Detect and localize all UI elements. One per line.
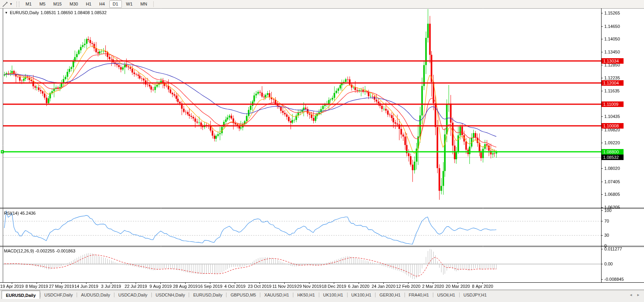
chart-tab-eurusd-daily-0[interactable]: EURUSD,Daily: [2, 291, 40, 299]
bottom-strip: [0, 299, 644, 302]
timeframe-button-h4[interactable]: H4: [96, 0, 108, 8]
tab-scroll-left-icon[interactable]: ◄: [629, 293, 633, 297]
chart-tab-gbpusd-m5-6[interactable]: GBPUSD,M5: [226, 291, 260, 299]
chart-tab-fra40-h1-12[interactable]: FRA40,H1: [405, 291, 433, 299]
timeframe-button-m5[interactable]: M5: [36, 0, 49, 8]
chart-tab-uk100-h1-9[interactable]: UK100,H1: [319, 291, 347, 299]
chart-tab-eurusd-daily-5[interactable]: EURUSD,Daily: [189, 291, 226, 299]
chart-tab-usdcad-daily-3[interactable]: USDCAD,Daily: [114, 291, 151, 299]
timeframe-button-mn[interactable]: MN: [137, 0, 151, 8]
timeframe-button-w1[interactable]: W1: [123, 0, 136, 8]
chart-tab-usdcnh-daily-4[interactable]: USDCNH,Daily: [152, 291, 189, 299]
price-chart-canvas[interactable]: [0, 8, 644, 290]
toolbar-separator: [153, 1, 154, 7]
timeframe-buttons: M1M5M15M30H1H4D1W1MN: [22, 0, 151, 8]
toolbar-dropdown-caret-icon[interactable]: ▼: [9, 1, 13, 7]
timeframe-button-m30[interactable]: M30: [66, 0, 81, 8]
chart-tab-hk50-h1-8[interactable]: HK50,H1: [293, 291, 319, 299]
timeframe-toolbar: ▼ M1M5M15M30H1H4D1W1MN: [0, 0, 644, 9]
timeframe-button-h1[interactable]: H1: [82, 0, 95, 8]
chart-tab-audusd-daily-2[interactable]: AUDUSD,Daily: [77, 291, 114, 299]
chart-tab-usoil-h1-13[interactable]: USOil,H1: [433, 291, 459, 299]
chart-tab-usdchf-daily-1[interactable]: USDCHF,Daily: [40, 291, 77, 299]
toolbar-grip[interactable]: [17, 2, 19, 7]
chart-tab-usdjpy-h1-14[interactable]: USDJPY,H1: [460, 291, 491, 299]
timeframe-button-d1[interactable]: D1: [109, 0, 122, 8]
chart-window: ▼EURUSD,Daily1.08531 1.08650 1.08408 1.0…: [0, 8, 644, 290]
chart-tab-bar: EURUSD,DailyUSDCHF,DailyAUDUSD,DailyUSDC…: [0, 290, 644, 299]
chart-tab-xauusd-h1-7[interactable]: XAUUSD,H1: [260, 291, 293, 299]
tab-scroll-right-icon[interactable]: ►: [637, 293, 640, 297]
timeframe-button-m1[interactable]: M1: [22, 0, 35, 8]
timeframe-button-m15[interactable]: M15: [50, 0, 65, 8]
chart-tab-uk100-h1-10[interactable]: UK100,H1: [348, 291, 375, 299]
mt4-application: ▼ M1M5M15M30H1H4D1W1MN ▼EURUSD,Daily1.08…: [0, 0, 644, 302]
diagonal-line-icon: [2, 2, 8, 7]
line-studies-icon[interactable]: [2, 1, 9, 7]
tab-scrollers: ◄ ►: [629, 291, 644, 299]
chart-tab-ger30-h1-11[interactable]: GER30,H1: [375, 291, 404, 299]
chart-tabs: EURUSD,DailyUSDCHF,DailyAUDUSD,DailyUSDC…: [0, 291, 491, 299]
